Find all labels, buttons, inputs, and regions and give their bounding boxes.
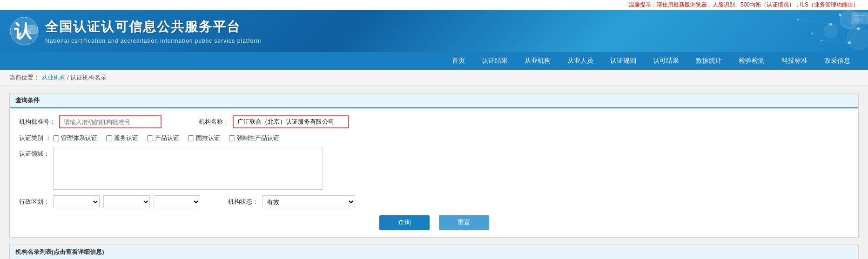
nav-tech-standard[interactable]: 科技标准 <box>773 52 816 70</box>
reset-button[interactable]: 重置 <box>439 215 489 230</box>
name-input[interactable] <box>233 115 349 128</box>
cert-type-colon: ： <box>45 134 51 142</box>
nav-cert-rules[interactable]: 认证规则 <box>602 52 645 70</box>
svg-point-12 <box>857 27 860 30</box>
breadcrumb-prefix: 当前位置： <box>9 74 40 81</box>
checkbox-mandatory-input[interactable] <box>229 135 235 141</box>
admin-label: 行政区划： <box>19 198 49 206</box>
approval-input[interactable] <box>59 115 161 128</box>
nav-home[interactable]: 首页 <box>444 52 473 70</box>
checkbox-mgmt-input[interactable] <box>53 135 59 141</box>
checkbox-service-input[interactable] <box>106 135 112 141</box>
results-section: 机构名录列表(点击查看详细信息) <box>9 245 859 259</box>
admin-row: 行政区划： 机构状态： 有效 无效 注销 <box>19 195 849 208</box>
svg-line-18 <box>812 33 821 40</box>
header-title-en: National certification and accreditation… <box>45 38 261 44</box>
checkbox-product[interactable]: 产品认证 <box>147 134 179 142</box>
header: 认 云 全国认证认可信息公共服务平台 National certificatio… <box>0 10 868 52</box>
svg-point-5 <box>847 27 868 50</box>
button-row: 查询 重置 <box>19 215 849 230</box>
nav-data-stats[interactable]: 数据统计 <box>687 52 730 70</box>
query-section: 查询条件 机构批准号： 机构名称： 认证类别 ： 管理体系认证 <box>9 93 859 238</box>
header-logo: 认 云 全国认证认可信息公共服务平台 National certificatio… <box>9 16 261 46</box>
approval-label: 机构批准号： <box>19 118 55 126</box>
status-group: 机构状态： 有效 无效 注销 <box>228 195 355 208</box>
announcement-text: 温馨提示：请使用最新版浏览器，人脸识别、500均衡（认证情况），ILS（业务管理… <box>629 1 859 8</box>
cert-type-label: 认证类别 <box>19 134 43 142</box>
svg-text:云: 云 <box>27 29 32 34</box>
query-button[interactable]: 查询 <box>379 215 430 230</box>
svg-point-16 <box>797 19 799 20</box>
nav-procurement[interactable]: 政采信息 <box>816 52 859 70</box>
checkbox-service[interactable]: 服务认证 <box>106 134 138 142</box>
header-title-block: 全国认证认可信息公共服务平台 National certification an… <box>45 18 261 44</box>
admin-select-group: 行政区划： <box>19 195 200 208</box>
main-content: 查询条件 机构批准号： 机构名称： 认证类别 ： 管理体系认证 <box>0 86 868 259</box>
checkbox-mgmt[interactable]: 管理体系认证 <box>53 134 97 142</box>
status-label: 机构状态： <box>228 198 258 206</box>
checkbox-product-input[interactable] <box>147 135 153 141</box>
admin-select-province[interactable] <box>53 195 100 208</box>
domain-label: 认证领域： <box>19 148 49 158</box>
nav-bar: 首页 认证结果 从业机构 从业人员 认证规则 认可结果 数据统计 检验检测 科技… <box>0 52 868 70</box>
domain-textarea[interactable] <box>53 148 323 190</box>
nav-org[interactable]: 从业机构 <box>516 52 559 70</box>
nav-cert-result[interactable]: 认证结果 <box>473 52 516 70</box>
name-label: 机构名称： <box>199 118 229 126</box>
svg-rect-20 <box>852 13 868 24</box>
form-row-1: 机构批准号： 机构名称： <box>19 115 849 128</box>
logo-icon: 认 云 <box>9 16 40 46</box>
header-decoration <box>719 10 868 52</box>
query-body: 机构批准号： 机构名称： 认证类别 ： 管理体系认证 服务认证 <box>10 108 858 237</box>
announcement-bar: 温馨提示：请使用最新版浏览器，人脸识别、500均衡（认证情况），ILS（业务管理… <box>0 0 868 10</box>
svg-line-10 <box>798 20 831 24</box>
breadcrumb: 当前位置： 从业机构 / 认证机构名录 <box>0 70 868 86</box>
name-group: 机构名称： <box>199 115 349 128</box>
header-title-cn: 全国认证认可信息公共服务平台 <box>45 18 261 36</box>
admin-select-district[interactable] <box>154 195 200 208</box>
cert-type-row: 认证类别 ： 管理体系认证 服务认证 产品认证 国推认证 <box>19 134 849 142</box>
breadcrumb-item-0[interactable]: 从业机构 <box>41 74 66 81</box>
domain-row: 认证领域： <box>19 148 849 190</box>
status-select[interactable]: 有效 无效 注销 <box>262 195 355 208</box>
results-header: 机构名录列表(点击查看详细信息) <box>10 245 858 259</box>
nav-accred-result[interactable]: 认可结果 <box>645 52 687 70</box>
approval-group: 机构批准号： <box>19 115 161 128</box>
svg-point-11 <box>839 13 841 16</box>
checkbox-national-input[interactable] <box>188 135 194 141</box>
admin-select-city[interactable] <box>103 195 150 208</box>
query-section-header: 查询条件 <box>10 93 858 108</box>
breadcrumb-item-1: 认证机构名录 <box>70 74 107 81</box>
svg-point-4 <box>824 24 838 38</box>
svg-line-19 <box>821 40 849 43</box>
checkbox-national[interactable]: 国推认证 <box>188 134 220 142</box>
svg-point-14 <box>829 23 832 26</box>
checkbox-mandatory[interactable]: 强制性产品认证 <box>229 134 279 142</box>
nav-inspection[interactable]: 检验检测 <box>730 52 773 70</box>
nav-personnel[interactable]: 从业人员 <box>559 52 602 70</box>
